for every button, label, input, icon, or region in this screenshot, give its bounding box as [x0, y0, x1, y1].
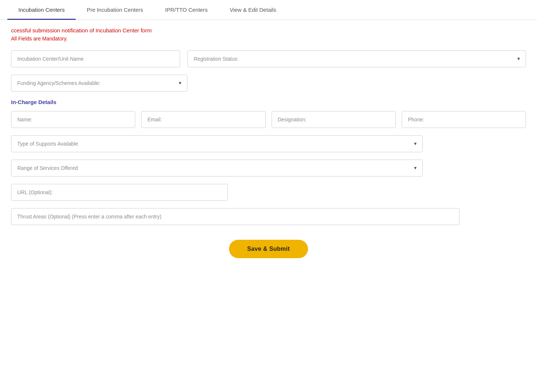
- form-row-incharge: [11, 111, 526, 128]
- submission-notification: ccessful submission notification of Incu…: [11, 27, 526, 33]
- tab-view-edit-details[interactable]: View & Edit Details: [219, 0, 287, 19]
- form-row-supports: Type of Supports Available ▼: [11, 135, 526, 152]
- main-content: ccessful submission notification of Incu…: [0, 20, 537, 273]
- incubation-name-col: [11, 50, 180, 67]
- submit-row: Save & Submit: [11, 240, 526, 258]
- registration-status-select[interactable]: Registration Status: Registered Unregist…: [187, 50, 526, 67]
- range-services-select[interactable]: Range of Services Offered: [11, 160, 423, 177]
- registration-status-col: Registration Status: Registered Unregist…: [187, 50, 526, 67]
- save-submit-button[interactable]: Save & Submit: [229, 240, 308, 258]
- form-row-2: Funding Agency/Schemes Available: DSIR D…: [11, 75, 526, 92]
- incharge-designation-input[interactable]: [272, 111, 396, 128]
- incharge-name-input[interactable]: [11, 111, 135, 128]
- form-row-1: Registration Status: Registered Unregist…: [11, 50, 526, 67]
- incubation-name-input[interactable]: [11, 50, 180, 67]
- incharge-email-input[interactable]: [141, 111, 265, 128]
- incubation-form: Registration Status: Registered Unregist…: [11, 50, 526, 258]
- range-services-col: Range of Services Offered ▼: [11, 160, 423, 177]
- funding-agency-select[interactable]: Funding Agency/Schemes Available: DSIR D…: [11, 75, 187, 92]
- in-charge-details-title: In-Charge Details: [11, 99, 526, 105]
- form-row-thrust: [11, 208, 526, 225]
- tab-ipr-tto-centers[interactable]: IPR/TTO Centers: [154, 0, 219, 19]
- mandatory-notice: All Fields are Mandatory.: [11, 36, 526, 42]
- tab-incubation-centers[interactable]: Incubation Centers: [7, 0, 76, 19]
- form-row-services: Range of Services Offered ▼: [11, 160, 526, 177]
- incharge-phone-input[interactable]: [402, 111, 526, 128]
- form-row-url: [11, 184, 526, 201]
- tab-pre-incubation-centers[interactable]: Pre Incubation Centers: [76, 0, 154, 19]
- type-supports-col: Type of Supports Available ▼: [11, 135, 423, 152]
- tab-navigation: Incubation Centers Pre Incubation Center…: [0, 0, 537, 20]
- url-input[interactable]: [11, 184, 228, 201]
- type-supports-select[interactable]: Type of Supports Available: [11, 135, 423, 152]
- funding-agency-col: Funding Agency/Schemes Available: DSIR D…: [11, 75, 187, 92]
- thrust-areas-input[interactable]: [11, 208, 459, 225]
